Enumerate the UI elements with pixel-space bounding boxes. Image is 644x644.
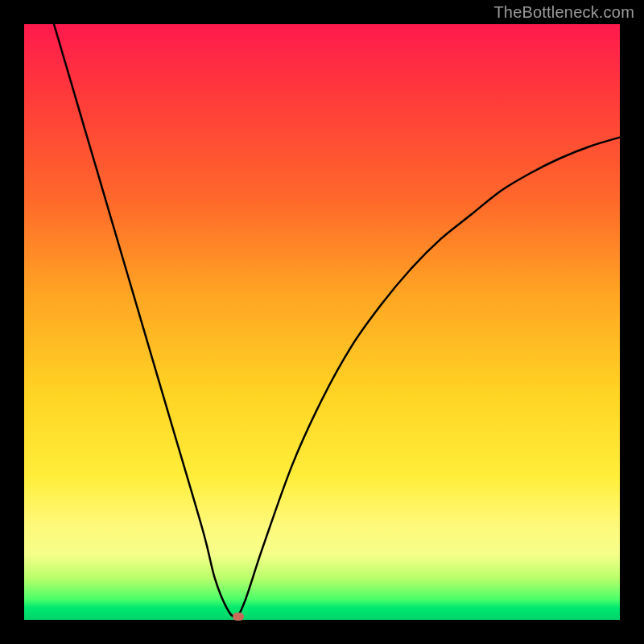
plot-area: [24, 24, 620, 620]
chart-frame: TheBottleneck.com: [0, 0, 644, 644]
watermark-text: TheBottleneck.com: [493, 3, 634, 22]
bottleneck-curve: [24, 24, 620, 620]
minimum-marker: [233, 613, 244, 621]
